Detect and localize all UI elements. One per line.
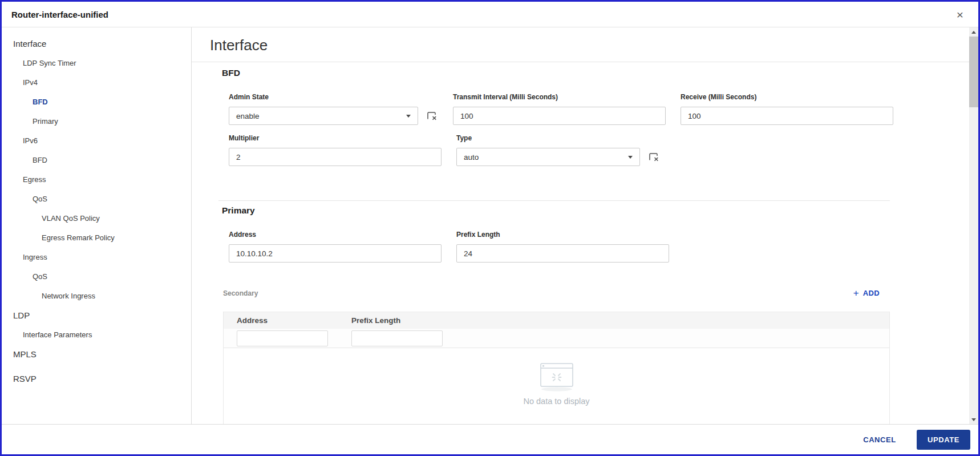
admin-state-label: Admin State — [229, 93, 438, 101]
sidebar-nav-tree: InterfaceLDP Sync TimerIPv4BFDPrimaryIPv… — [2, 27, 192, 424]
sidebar-item-interface-parameters[interactable]: Interface Parameters — [2, 325, 191, 344]
prefix-length-field: Prefix Length — [456, 231, 669, 263]
update-button[interactable]: UPDATE — [917, 430, 970, 450]
chevron-down-icon — [406, 115, 411, 118]
multiplier-field: Multiplier — [229, 134, 442, 166]
sidebar-item-rsvp[interactable]: RSVP — [2, 369, 191, 388]
sidebar-item-qos[interactable]: QoS — [2, 267, 191, 286]
multiplier-input[interactable] — [229, 148, 442, 166]
sidebar-item-ldp[interactable]: LDP — [2, 305, 191, 325]
scrollbar-down-icon[interactable] — [969, 415, 978, 424]
scrollbar-up-icon[interactable] — [969, 27, 978, 37]
prefix-length-input[interactable] — [456, 244, 669, 263]
sidebar-item-mpls[interactable]: MPLS — [2, 344, 191, 364]
receive-label: Receive (Milli Seconds) — [681, 93, 893, 101]
close-icon[interactable]: × — [954, 9, 966, 21]
empty-state: No data to display — [224, 348, 889, 406]
type-value: auto — [464, 153, 479, 162]
address-input[interactable] — [229, 244, 442, 263]
column-header-address: Address — [224, 316, 351, 325]
address-label: Address — [229, 231, 442, 239]
dialog-titlebar: Router-interface-unified × — [2, 2, 978, 27]
empty-table-icon — [538, 362, 576, 392]
page-title: Interface — [210, 37, 268, 54]
admin-state-field: Admin State enable — [229, 93, 438, 125]
add-button[interactable]: + ADD — [853, 288, 880, 298]
receive-input[interactable] — [681, 107, 893, 125]
admin-state-value: enable — [236, 112, 260, 120]
cancel-button[interactable]: CANCEL — [860, 435, 900, 445]
sidebar-item-vlan-qos-policy[interactable]: VLAN QoS Policy — [2, 208, 191, 228]
empty-state-message: No data to display — [523, 397, 589, 406]
plus-icon: + — [853, 288, 859, 298]
secondary-filter-address-input[interactable] — [237, 330, 328, 346]
dialog-title: Router-interface-unified — [11, 10, 108, 19]
type-label: Type — [456, 134, 666, 142]
sidebar-item-ingress[interactable]: Ingress — [2, 247, 191, 267]
main-panel: Interface BFD Admin State enable — [192, 27, 978, 424]
secondary-table-header: Address Prefix Length — [224, 312, 889, 329]
column-header-prefix-length: Prefix Length — [351, 316, 400, 325]
dialog-window: Router-interface-unified × InterfaceLDP … — [0, 0, 980, 456]
type-select[interactable]: auto — [456, 148, 640, 166]
sidebar-item-network-ingress[interactable]: Network Ingress — [2, 286, 191, 305]
sidebar-item-primary[interactable]: Primary — [2, 111, 191, 131]
sidebar-item-ipv6[interactable]: IPv6 — [2, 131, 191, 150]
bfd-section-heading: BFD — [222, 68, 890, 78]
sidebar-item-egress-remark-policy[interactable]: Egress Remark Policy — [2, 228, 191, 247]
secondary-table-filter-row — [224, 329, 889, 348]
sidebar-item-ldp-sync-timer[interactable]: LDP Sync Timer — [2, 53, 191, 72]
multiplier-label: Multiplier — [229, 134, 442, 142]
secondary-table: Address Prefix Length — [223, 312, 890, 424]
scrollbar-thumb[interactable] — [969, 37, 978, 107]
prefix-length-label: Prefix Length — [456, 231, 669, 239]
transmit-interval-label: Transmit Interval (Milli Seconds) — [453, 93, 666, 101]
secondary-filter-prefix-input[interactable] — [351, 330, 443, 346]
admin-state-select[interactable]: enable — [229, 107, 418, 125]
sidebar-item-bfd[interactable]: BFD — [2, 150, 191, 170]
clear-field-icon[interactable] — [426, 110, 438, 122]
sidebar-item-ipv4[interactable]: IPv4 — [2, 72, 191, 92]
transmit-interval-input[interactable] — [453, 107, 666, 125]
section-divider — [218, 200, 890, 201]
sidebar-item-interface[interactable]: Interface — [2, 34, 191, 53]
secondary-section-heading: Secondary — [223, 289, 258, 297]
sidebar-item-egress[interactable]: Egress — [2, 170, 191, 189]
receive-field: Receive (Milli Seconds) — [681, 93, 893, 125]
address-field: Address — [229, 231, 442, 263]
chevron-down-icon — [628, 156, 633, 159]
vertical-scrollbar[interactable] — [969, 27, 978, 424]
type-field: Type auto — [456, 134, 666, 166]
add-button-label: ADD — [863, 289, 880, 297]
sidebar-item-bfd[interactable]: BFD — [2, 92, 191, 111]
transmit-interval-field: Transmit Interval (Milli Seconds) — [453, 93, 666, 125]
primary-section-heading: Primary — [222, 205, 890, 216]
dialog-footer: CANCEL UPDATE — [2, 424, 978, 454]
sidebar-item-qos[interactable]: QoS — [2, 189, 191, 208]
form-scroll-area: BFD Admin State enable — [192, 62, 978, 424]
clear-field-icon[interactable] — [647, 151, 660, 163]
